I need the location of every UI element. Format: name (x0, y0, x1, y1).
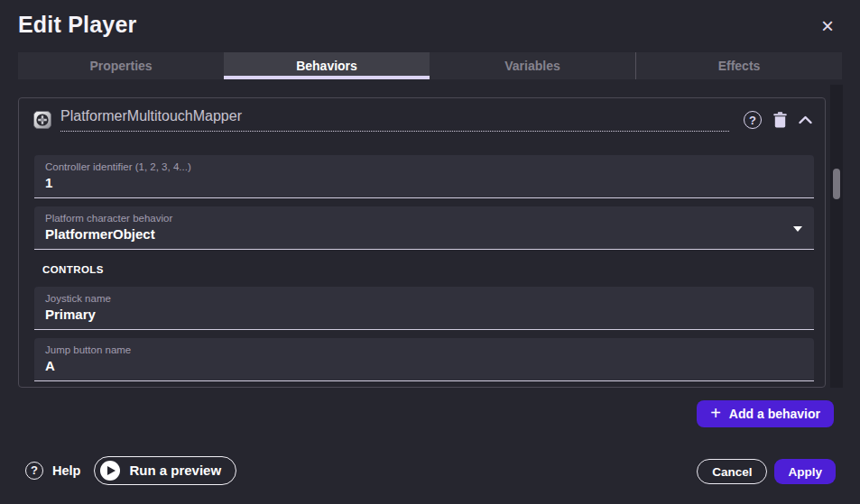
play-icon (100, 461, 120, 481)
add-behavior-label: Add a behavior (729, 407, 820, 421)
page-title: Edit Player (18, 12, 136, 38)
apply-button[interactable]: Apply (774, 459, 836, 484)
help-label[interactable]: Help (52, 463, 80, 478)
behaviors-panel: PlatformerMultitouchMapper ? (18, 97, 826, 388)
help-icon[interactable]: ? (25, 462, 43, 480)
footer-left: ? Help Run a preview (25, 455, 236, 485)
dropdown-caret-icon (793, 226, 802, 232)
field-label: Controller identifier (1, 2, 3, 4...) (45, 161, 803, 172)
behavior-fields: Controller identifier (1, 2, 3, 4...) 1 … (34, 155, 814, 381)
tab-behaviors[interactable]: Behaviors (224, 52, 430, 79)
tab-properties[interactable]: Properties (18, 52, 224, 79)
behavior-header: PlatformerMultitouchMapper ? (19, 98, 825, 132)
add-behavior-row: + Add a behavior (697, 400, 834, 427)
platform-character-behavior-select[interactable]: Platform character behavior PlatformerOb… (34, 206, 814, 250)
scrollbar-track[interactable] (830, 85, 843, 388)
field-value: Primary (45, 307, 803, 322)
tab-label: Properties (89, 59, 152, 73)
field-value: A (45, 358, 803, 373)
field-value: PlatformerObject (45, 226, 803, 242)
tab-label: Effects (718, 59, 761, 73)
scrollbar-thumb[interactable] (833, 169, 840, 199)
tab-variables[interactable]: Variables (430, 52, 635, 79)
controls-section-title: CONTROLS (42, 264, 814, 275)
add-behavior-button[interactable]: + Add a behavior (697, 400, 834, 427)
joystick-name-field[interactable]: Joystick name Primary (34, 287, 814, 330)
active-tab-indicator (224, 76, 430, 79)
delete-behavior-trash-icon[interactable] (773, 112, 787, 128)
close-icon[interactable]: × (815, 13, 840, 40)
tab-label: Behaviors (296, 59, 357, 73)
run-preview-label: Run a preview (129, 463, 221, 478)
behavior-header-actions: ? (744, 111, 812, 129)
run-preview-button[interactable]: Run a preview (94, 456, 236, 485)
tab-label: Variables (504, 59, 560, 73)
tab-bar: Properties Behaviors Variables Effects (18, 52, 842, 79)
gamepad-multitouch-icon (33, 111, 51, 129)
cancel-button[interactable]: Cancel (697, 459, 767, 484)
jump-button-name-field[interactable]: Jump button name A (34, 338, 814, 381)
plus-icon: + (710, 404, 721, 422)
behavior-help-icon[interactable]: ? (744, 111, 762, 129)
field-label: Joystick name (45, 293, 803, 304)
tab-effects[interactable]: Effects (635, 52, 842, 79)
field-label: Jump button name (45, 344, 803, 355)
field-label: Platform character behavior (45, 213, 803, 224)
collapse-chevron-up-icon[interactable] (799, 115, 812, 124)
field-value: 1 (45, 175, 803, 190)
behavior-name-input[interactable]: PlatformerMultitouchMapper (60, 108, 729, 132)
controller-identifier-field[interactable]: Controller identifier (1, 2, 3, 4...) 1 (34, 155, 814, 198)
edit-object-dialog: Edit Player × Properties Behaviors Varia… (0, 0, 860, 504)
footer-right: Cancel Apply (697, 459, 836, 484)
